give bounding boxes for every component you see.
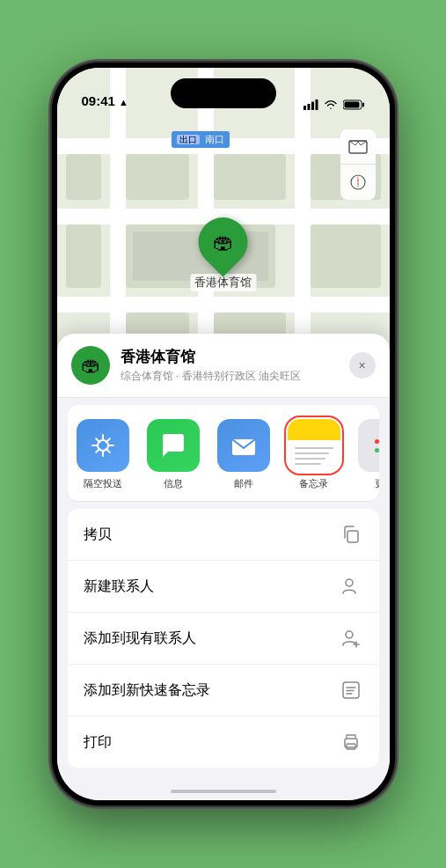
dots-row-1 [375,439,379,444]
phone-screen: 09:41 ▲ [57,68,390,800]
airdrop-label: 隔空投送 [84,477,122,490]
note-svg [341,680,361,700]
map-pin-icon: 🏟 [188,207,258,276]
svg-rect-5 [362,103,364,107]
close-button[interactable]: × [349,352,376,379]
print-icon [339,730,363,754]
svg-rect-1 [307,104,310,110]
content-area: 隔空投送 信息 [57,405,390,768]
battery-icon [343,99,365,110]
share-item-mail[interactable]: 邮件 [208,419,279,490]
phone-frame: 09:41 ▲ [52,63,395,805]
share-item-messages[interactable]: 信息 [138,419,208,490]
dynamic-island [171,78,276,108]
messages-label: 信息 [164,477,183,490]
messages-svg [158,430,188,460]
notes-lines [295,447,333,465]
action-print[interactable]: 打印 [68,717,379,768]
location-icon: 🏟 [71,346,110,385]
share-item-more[interactable]: 更多 [349,419,379,490]
mail-icon-bg [217,419,270,472]
airdrop-icon [77,419,129,472]
action-copy[interactable]: 拷贝 [68,509,379,561]
share-item-notes[interactable]: 备忘录 [279,419,349,490]
location-card: 🏟 香港体育馆 综合体育馆 · 香港特别行政区 油尖旺区 × [57,334,390,398]
status-time: 09:41 [82,93,115,110]
mail-svg [229,430,259,460]
compass-button[interactable] [340,165,376,200]
map-block [126,154,189,200]
location-icon: ▲ [119,97,128,107]
svg-rect-6 [344,102,359,108]
share-row: 隔空投送 信息 [68,405,379,502]
copy-icon [339,522,363,547]
add-contact-label: 添加到现有联系人 [84,629,196,648]
map-block [214,154,286,200]
map-controls [340,129,376,200]
wifi-icon [324,99,338,110]
action-new-contact[interactable]: 新建联系人 [68,561,379,613]
quick-note-label: 添加到新快速备忘录 [84,681,210,700]
dot-red [375,439,379,444]
map-icon [348,137,368,157]
map-pin-emoji: 🏟 [213,230,234,254]
action-quick-note[interactable]: 添加到新快速备忘录 [68,665,379,717]
map-road [57,297,390,313]
map-exit-label: 出口 南口 [172,131,230,148]
exit-badge: 出口 [177,135,200,144]
svg-rect-20 [347,744,355,749]
share-item-airdrop[interactable]: 隔空投送 [68,419,138,490]
copy-svg [341,525,361,544]
more-icon-bg [358,419,379,472]
home-indicator [171,790,276,793]
quick-note-icon [339,678,363,702]
dot-green [375,448,379,452]
svg-rect-0 [303,106,306,110]
location-info: 香港体育馆 综合体育馆 · 香港特别行政区 油尖旺区 [121,347,339,384]
action-add-contact[interactable]: 添加到现有联系人 [68,613,379,665]
person-add-svg [341,577,361,596]
more-label: 更多 [375,477,379,490]
map-type-button[interactable] [340,129,376,165]
airdrop-svg [89,431,117,460]
copy-label: 拷贝 [84,526,112,544]
notes-icon-bg [288,419,340,472]
status-icons [303,99,365,110]
add-contact-icon [339,626,363,651]
notes-line-4 [295,463,322,465]
notes-line-1 [295,447,333,449]
map-pin: 🏟 香港体育馆 [190,217,256,291]
svg-point-13 [346,579,353,586]
notes-line-3 [295,458,325,460]
map-block [311,224,381,288]
location-subtitle: 综合体育馆 · 香港特别行政区 油尖旺区 [121,369,339,384]
signal-icon [303,99,318,110]
mail-label: 邮件 [234,477,253,490]
map-block [66,224,101,288]
print-label: 打印 [84,733,112,752]
new-contact-icon [339,574,363,599]
svg-rect-12 [347,531,358,542]
svg-rect-3 [315,99,318,110]
notes-label: 备忘录 [299,477,328,490]
dots-row-2 [375,448,379,452]
bottom-sheet: 🏟 香港体育馆 综合体育馆 · 香港特别行政区 油尖旺区 × [57,334,390,800]
location-icon-emoji: 🏟 [81,354,100,377]
new-contact-label: 新建联系人 [84,577,154,596]
compass-icon [350,174,366,190]
print-svg [341,732,361,752]
svg-point-14 [346,631,353,638]
action-list: 拷贝 新建联系人 [68,509,379,768]
person-plus-svg [341,629,361,648]
map-block [66,154,101,200]
notes-line-2 [295,452,330,454]
messages-icon-bg [147,419,200,472]
svg-rect-2 [311,102,314,111]
location-name: 香港体育馆 [121,347,339,367]
